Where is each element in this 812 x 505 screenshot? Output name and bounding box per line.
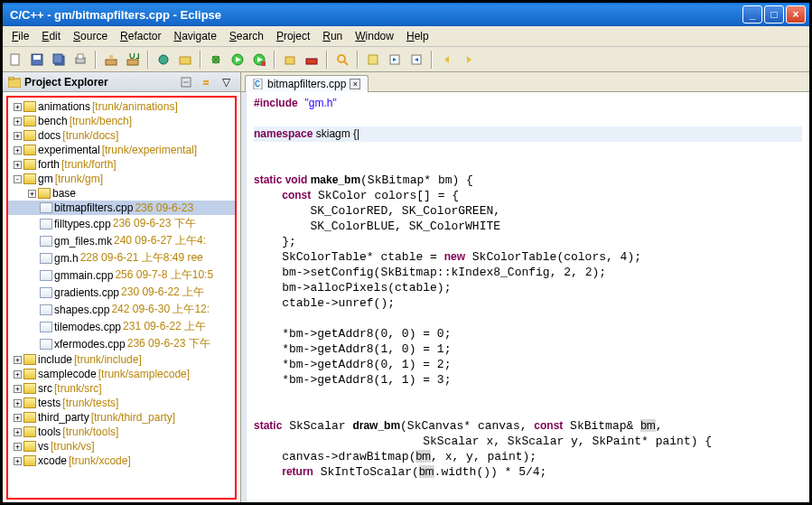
tree-item[interactable]: + vs [trunk/vs] — [8, 439, 235, 454]
print-icon[interactable] — [71, 51, 89, 69]
twist-icon[interactable]: + — [14, 457, 22, 465]
tree-item[interactable]: + experimental [trunk/experimental] — [8, 143, 235, 157]
menu-edit[interactable]: Edit — [36, 28, 66, 44]
twist-icon[interactable]: + — [14, 443, 22, 451]
twist-icon[interactable]: + — [14, 399, 22, 407]
tree-item[interactable]: - gm [trunk/gm] — [8, 172, 235, 186]
menu-refactor[interactable]: Refactor — [115, 28, 166, 44]
view-menu-icon[interactable]: ▽ — [217, 73, 235, 91]
run-icon[interactable] — [229, 51, 247, 69]
project-tree[interactable]: + animations [trunk/animations]+ bench [… — [6, 96, 237, 500]
toggle-mark-icon[interactable] — [364, 51, 382, 69]
menu-project[interactable]: Project — [271, 28, 315, 44]
tree-item-meta: 240 09-6-27 上午4: — [114, 233, 206, 248]
tree-item-name: third_party — [38, 411, 89, 424]
tree-item[interactable]: tilemodes.cpp 231 09-6-22 上午 — [8, 318, 235, 335]
twist-icon[interactable]: + — [14, 414, 22, 422]
tree-item[interactable]: + tools [trunk/tools] — [8, 425, 235, 439]
editor-tab-active[interactable]: c bitmapfilters.cpp × — [245, 75, 369, 92]
tree-item[interactable]: + bench [trunk/bench] — [8, 114, 235, 128]
tree-item-meta: [trunk/gm] — [55, 173, 103, 185]
close-button[interactable]: × — [786, 5, 806, 23]
twist-icon[interactable]: + — [14, 370, 22, 379]
tree-item-name: include — [38, 353, 72, 366]
explorer-title: Project Explorer — [24, 76, 108, 89]
folder-icon — [23, 101, 36, 112]
menu-file[interactable]: File — [6, 28, 34, 44]
debug-icon[interactable] — [207, 51, 225, 69]
tree-item[interactable]: gmmain.cpp 256 09-7-8 上午10:5 — [8, 267, 235, 284]
run-last-icon[interactable] — [250, 51, 268, 69]
tree-item-meta: 242 09-6-30 上午12: — [111, 302, 210, 317]
svg-text:c: c — [255, 79, 260, 89]
menu-help[interactable]: Help — [401, 28, 434, 44]
menu-source[interactable]: Source — [68, 28, 113, 44]
search-icon[interactable] — [333, 51, 351, 69]
tree-item-name: samplecode — [38, 368, 97, 380]
menu-navigate[interactable]: Navigate — [168, 28, 221, 44]
new-class-icon[interactable] — [154, 51, 173, 69]
twist-icon[interactable]: + — [14, 385, 22, 393]
menu-window[interactable]: Window — [350, 28, 399, 44]
file-icon — [40, 236, 52, 247]
collapse-all-icon[interactable] — [177, 73, 195, 91]
tree-item[interactable]: filltypes.cpp 236 09-6-23 下午 — [8, 215, 235, 232]
menu-run[interactable]: Run — [317, 28, 348, 44]
twist-icon[interactable]: + — [14, 428, 22, 436]
tree-item-meta: [trunk/xcode] — [69, 454, 131, 467]
editor-area: c bitmapfilters.cpp × #include "gm.h" na… — [241, 72, 809, 503]
tree-item[interactable]: + forth [trunk/forth] — [8, 157, 235, 172]
svg-rect-0 — [11, 54, 19, 65]
tree-item[interactable]: gm.h 228 09-6-21 上午8:49 ree — [8, 249, 235, 267]
back-icon[interactable] — [438, 51, 456, 69]
menu-search[interactable]: Search — [224, 28, 269, 44]
explorer-header: Project Explorer ▽ — [3, 72, 240, 92]
tree-item[interactable]: + tests [trunk/tests] — [8, 396, 235, 410]
maximize-button[interactable]: □ — [764, 5, 784, 23]
tree-item-meta: 236 09-6-23 下午 — [113, 216, 196, 231]
svg-rect-20 — [261, 61, 266, 66]
tree-item[interactable]: + samplecode [trunk/samplecode] — [8, 367, 235, 381]
toolbox-icon[interactable] — [303, 51, 321, 69]
close-tab-icon[interactable]: × — [350, 79, 360, 89]
twist-icon[interactable]: + — [14, 356, 22, 364]
tree-item[interactable]: + xcode [trunk/xcode] — [8, 454, 235, 468]
tree-item-name: tests — [38, 397, 61, 409]
twist-icon[interactable]: + — [14, 146, 22, 154]
forward-icon[interactable] — [460, 51, 478, 69]
twist-icon[interactable]: - — [14, 175, 22, 183]
titlebar: C/C++ - gm/bitmapfilters.cpp - Eclipse _… — [3, 3, 809, 26]
tree-item[interactable]: gradients.cpp 230 09-6-22 上午 — [8, 284, 235, 301]
build-all-icon[interactable]: 010 — [124, 51, 142, 69]
twist-icon[interactable]: + — [28, 190, 36, 198]
window-title: C/C++ - gm/bitmapfilters.cpp - Eclipse — [6, 8, 221, 22]
tree-item[interactable]: gm_files.mk 240 09-6-27 上午4: — [8, 232, 235, 249]
tree-item[interactable]: + third_party [trunk/third_party] — [8, 410, 235, 425]
tree-item[interactable]: + base — [8, 186, 235, 201]
twist-icon[interactable]: + — [14, 117, 22, 126]
tree-item-meta: [trunk/third_party] — [91, 411, 175, 424]
twist-icon[interactable]: + — [14, 161, 22, 169]
profile-icon[interactable] — [281, 51, 299, 69]
save-all-icon[interactable] — [50, 51, 68, 69]
new-icon[interactable] — [6, 51, 24, 69]
save-icon[interactable] — [28, 51, 46, 69]
tree-item[interactable]: bitmapfilters.cpp 236 09-6-23 — [8, 201, 235, 215]
link-editor-icon[interactable] — [197, 73, 215, 91]
tree-item[interactable]: + docs [trunk/docs] — [8, 128, 235, 143]
tree-item[interactable]: shapes.cpp 242 09-6-30 上午12: — [8, 301, 235, 318]
tree-item[interactable]: xfermodes.cpp 236 09-6-23 下午 — [8, 335, 235, 352]
twist-icon[interactable]: + — [14, 132, 22, 140]
next-annotation-icon[interactable] — [386, 51, 404, 69]
tree-item[interactable]: + include [trunk/include] — [8, 352, 235, 367]
svg-rect-2 — [33, 55, 41, 60]
code-editor[interactable]: #include "gm.h" namespace skiagm {| stat… — [241, 92, 809, 503]
tree-item[interactable]: + src [trunk/src] — [8, 381, 235, 396]
twist-icon[interactable]: + — [14, 103, 22, 111]
build-icon[interactable] — [102, 51, 120, 69]
minimize-button[interactable]: _ — [742, 5, 762, 23]
tree-item[interactable]: + animations [trunk/animations] — [8, 99, 235, 114]
new-folder-icon[interactable] — [176, 51, 194, 69]
folder-icon — [23, 455, 36, 466]
prev-annotation-icon[interactable] — [407, 51, 425, 69]
